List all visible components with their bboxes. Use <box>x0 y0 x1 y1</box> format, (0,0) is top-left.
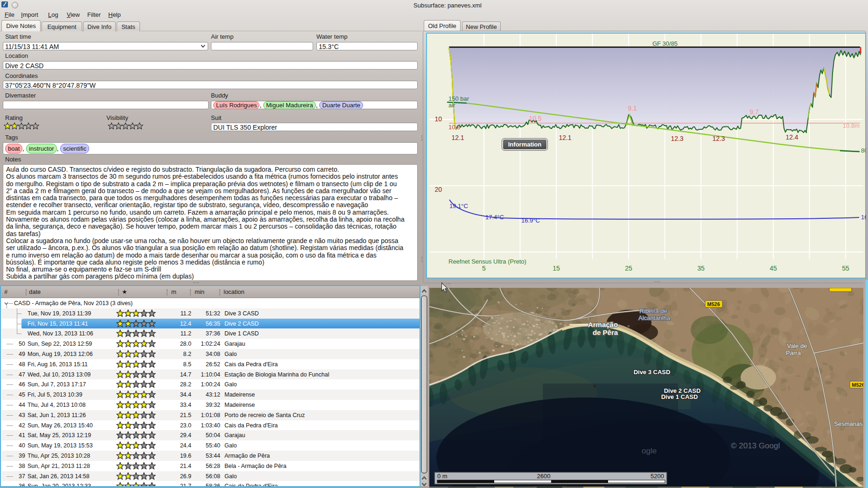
svg-text:air: air <box>448 102 455 109</box>
svg-text:M526: M526 <box>852 382 865 388</box>
svg-text:ogle: ogle <box>642 446 657 455</box>
svg-text:Dive 1 CASD: Dive 1 CASD <box>661 393 698 400</box>
svg-text:12.4: 12.4 <box>785 133 798 141</box>
svg-text:Alcantarilha: Alcantarilha <box>638 314 671 321</box>
svg-text:16: 16 <box>861 214 866 221</box>
svg-text:10.5: 10.5 <box>529 115 541 122</box>
svg-text:12.1: 12.1 <box>559 134 571 141</box>
svg-text:© 2013 Googl: © 2013 Googl <box>731 441 780 450</box>
svg-text:12.3: 12.3 <box>671 135 683 142</box>
svg-text:M526: M526 <box>707 301 720 307</box>
svg-text:15: 15 <box>553 265 560 272</box>
svg-text:Parra: Parra <box>786 349 801 356</box>
svg-text:9.1: 9.1 <box>628 105 637 112</box>
svg-text:45: 45 <box>770 265 777 272</box>
svg-text:12.3: 12.3 <box>712 135 725 142</box>
svg-text:25: 25 <box>625 265 632 272</box>
svg-text:17.4°C: 17.4°C <box>485 214 504 221</box>
svg-text:10.8m: 10.8m <box>843 122 860 129</box>
svg-text:150 bar: 150 bar <box>448 95 469 102</box>
svg-text:5200: 5200 <box>651 473 664 480</box>
svg-text:Sesmarias: Sesmarias <box>834 420 863 427</box>
svg-text:12.1: 12.1 <box>451 134 464 141</box>
svg-text:Vale de: Vale de <box>787 342 807 349</box>
svg-text:Dive 3 CASD: Dive 3 CASD <box>634 369 671 376</box>
svg-text:20: 20 <box>434 186 442 193</box>
svg-text:10.8: 10.8 <box>448 124 460 131</box>
svg-text:Reefnet Sensus Ultra (Preto): Reefnet Sensus Ultra (Preto) <box>448 258 526 265</box>
svg-text:19.1°C: 19.1°C <box>449 202 468 209</box>
svg-text:2600: 2600 <box>537 473 551 480</box>
svg-text:Ribeira de: Ribeira de <box>639 307 667 314</box>
svg-text:55: 55 <box>842 265 849 272</box>
svg-text:Armação: Armação <box>588 321 618 328</box>
svg-text:80: 80 <box>861 147 866 154</box>
svg-text:5: 5 <box>482 265 486 272</box>
svg-text:GF 30/85: GF 30/85 <box>652 40 678 47</box>
svg-text:16.9°C: 16.9°C <box>521 217 540 224</box>
svg-text:9.7: 9.7 <box>749 108 759 116</box>
svg-text:10: 10 <box>434 115 442 123</box>
svg-text:0 m: 0 m <box>437 473 448 480</box>
svg-text:35: 35 <box>697 265 705 272</box>
svg-text:de Pêra: de Pêra <box>593 328 618 336</box>
